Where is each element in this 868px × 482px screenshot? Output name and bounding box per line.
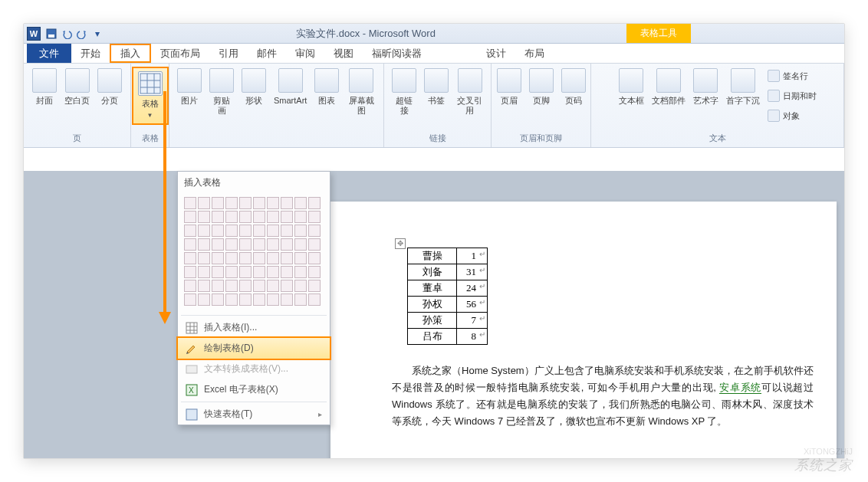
redo-icon[interactable] bbox=[74, 26, 90, 41]
tab-table-layout[interactable]: 布局 bbox=[515, 44, 554, 63]
tab-page-layout[interactable]: 页面布局 bbox=[151, 44, 209, 63]
pagenum-button[interactable]: 页码 bbox=[558, 67, 589, 107]
tab-references[interactable]: 引用 bbox=[209, 44, 248, 63]
tab-mailings[interactable]: 邮件 bbox=[248, 44, 286, 63]
undo-icon[interactable] bbox=[59, 26, 74, 41]
chevron-down-icon: ▼ bbox=[147, 110, 153, 120]
insert-table-item[interactable]: 插入表格(I)... bbox=[178, 317, 330, 338]
textbox-button[interactable]: 文本框 bbox=[616, 67, 647, 107]
watermark: 系统之家 bbox=[794, 456, 853, 474]
table-row: 吕布8 bbox=[408, 329, 488, 345]
picture-button[interactable]: 图片 bbox=[174, 67, 205, 107]
cover-page-button[interactable]: 封面 bbox=[29, 67, 60, 107]
table-row: 刘备31 bbox=[408, 264, 488, 280]
ribbon: 封面 空白页 分页 页 表格 ▼ 表格 图片 剪贴画 形状 SmartArt bbox=[24, 64, 844, 148]
document-area: ✥ 曹操1 刘备31 董卓24 孙权56 孙策7 吕布8 系统之家（Home S… bbox=[24, 171, 844, 458]
group-text-label: 文本 bbox=[709, 131, 726, 146]
svg-rect-7 bbox=[186, 323, 197, 333]
watermark-sub: XiTONGZHiJ bbox=[804, 447, 853, 456]
title-bar: W ▾ 实验文件.docx - Microsoft Word 表格工具 bbox=[24, 24, 844, 44]
svg-text:X: X bbox=[189, 386, 194, 395]
screenshot-button[interactable]: 屏幕截图 bbox=[344, 67, 379, 117]
window-title: 实验文件.docx - Microsoft Word bbox=[105, 27, 626, 41]
group-pages-label: 页 bbox=[73, 131, 81, 146]
footer-button[interactable]: 页脚 bbox=[526, 67, 557, 107]
smartart-button[interactable]: SmartArt bbox=[271, 67, 310, 107]
svg-rect-2 bbox=[140, 74, 160, 93]
header-button[interactable]: 页眉 bbox=[494, 67, 524, 107]
ribbon-tabs: 文件 开始 插入 页面布局 引用 邮件 审阅 视图 福昕阅读器 设计 布局 bbox=[24, 44, 844, 64]
context-tool-label: 表格工具 bbox=[626, 24, 691, 43]
bookmark-button[interactable]: 书签 bbox=[421, 67, 452, 107]
clipart-button[interactable]: 剪贴画 bbox=[206, 67, 237, 117]
chart-button[interactable]: 图表 bbox=[311, 67, 342, 107]
table-grid-picker[interactable] bbox=[178, 194, 330, 313]
table-row: 孙策7 bbox=[408, 313, 488, 329]
group-links-label: 链接 bbox=[429, 131, 446, 146]
tab-insert[interactable]: 插入 bbox=[110, 44, 151, 63]
tab-view[interactable]: 视图 bbox=[324, 44, 363, 63]
table-dropdown-menu: 插入表格 插入表格(I)... 绘制表格(D) 文本转换成表格(V)... XE… bbox=[177, 171, 330, 425]
quick-tables-item[interactable]: 快速表格(T)▸ bbox=[178, 404, 330, 425]
table-move-handle[interactable]: ✥ bbox=[395, 238, 406, 249]
convert-text-item: 文本转换成表格(V)... bbox=[178, 359, 330, 379]
svg-rect-12 bbox=[186, 366, 197, 373]
table-button[interactable]: 表格 ▼ bbox=[132, 67, 169, 125]
hyperlink-button[interactable]: 超链接 bbox=[389, 67, 419, 117]
shapes-button[interactable]: 形状 bbox=[238, 67, 269, 107]
page-break-button[interactable]: 分页 bbox=[94, 67, 125, 107]
tab-table-design[interactable]: 设计 bbox=[477, 44, 515, 63]
wordart-button[interactable]: 艺术字 bbox=[690, 67, 722, 107]
blank-page-button[interactable]: 空白页 bbox=[61, 67, 93, 107]
qat-dropdown-icon[interactable]: ▾ bbox=[90, 26, 105, 41]
quickparts-button[interactable]: 文档部件 bbox=[649, 67, 689, 107]
document-page: ✥ 曹操1 刘备31 董卓24 孙权56 孙策7 吕布8 系统之家（Home S… bbox=[330, 202, 837, 458]
table-popup-title: 插入表格 bbox=[178, 172, 330, 194]
datetime-button[interactable]: 日期和时 bbox=[764, 87, 820, 105]
document-paragraph[interactable]: 系统之家（Home System）广义上包含了电脑系统安装和手机系统安装，在之前… bbox=[392, 362, 814, 430]
sigline-button[interactable]: 签名行 bbox=[764, 67, 820, 85]
table-row: 曹操1 bbox=[408, 248, 488, 264]
excel-spreadsheet-item[interactable]: XExcel 电子表格(X) bbox=[178, 379, 330, 400]
svg-rect-15 bbox=[186, 409, 197, 420]
object-button[interactable]: 对象 bbox=[764, 107, 820, 125]
crossref-button[interactable]: 交叉引用 bbox=[453, 67, 486, 117]
tab-foxit[interactable]: 福昕阅读器 bbox=[363, 44, 431, 63]
svg-rect-1 bbox=[48, 34, 54, 38]
table-row: 孙权56 bbox=[408, 297, 488, 313]
draw-table-item[interactable]: 绘制表格(D) bbox=[176, 336, 331, 360]
tab-file[interactable]: 文件 bbox=[27, 44, 71, 63]
document-table[interactable]: 曹操1 刘备31 董卓24 孙权56 孙策7 吕布8 bbox=[407, 248, 488, 345]
tab-home[interactable]: 开始 bbox=[71, 44, 110, 63]
tab-review[interactable]: 审阅 bbox=[286, 44, 324, 63]
table-row: 董卓24 bbox=[408, 280, 488, 297]
group-headerfooter-label: 页眉和页脚 bbox=[520, 131, 562, 146]
group-tables-label: 表格 bbox=[142, 131, 159, 146]
save-icon[interactable] bbox=[44, 26, 59, 41]
dropcap-button[interactable]: 首字下沉 bbox=[723, 67, 763, 107]
word-app-icon: W bbox=[27, 27, 41, 41]
